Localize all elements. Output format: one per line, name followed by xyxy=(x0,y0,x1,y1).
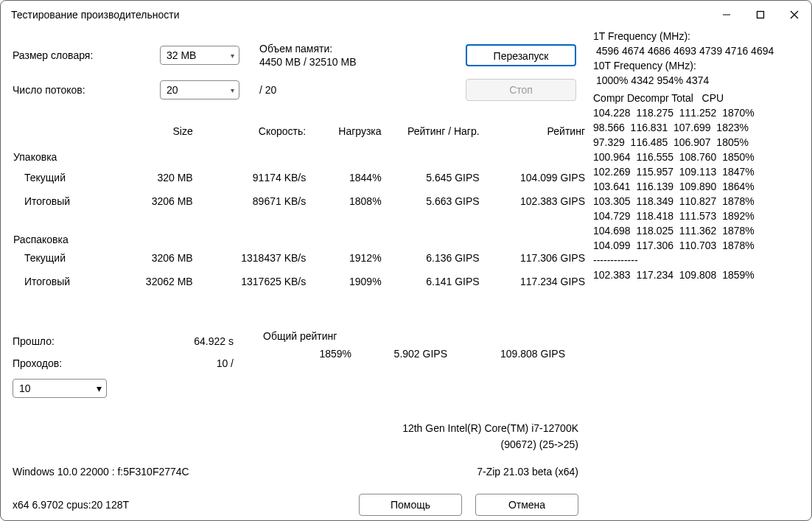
minimize-button[interactable] xyxy=(710,1,743,29)
memory-label: Объем памяти: xyxy=(259,42,466,55)
log-final: 102.383 117.234 109.808 1859% xyxy=(593,268,799,282)
unpack-current-rpl: 6.136 GIPS xyxy=(382,246,480,270)
app-window: Тестирование производительности Размер с… xyxy=(0,0,812,521)
log-row: 103.641 116.139 109.890 1864% xyxy=(593,179,799,194)
passes-combo-value: 10 xyxy=(19,382,31,394)
window-title: Тестирование производительности xyxy=(11,9,710,21)
dict-size-label: Размер словаря: xyxy=(13,49,160,61)
restart-button[interactable]: Перезапуск xyxy=(466,44,576,66)
os-line: Windows 10.0 22000 : f:5F310F2774C xyxy=(13,466,477,478)
unpack-current-rating: 117.306 GIPS xyxy=(480,246,586,270)
unpack-current-size: 3206 MB xyxy=(111,246,194,270)
dict-size-combo[interactable]: 32 MB ▾ xyxy=(160,46,239,65)
arch-line: x64 6.9702 cpus:20 128T xyxy=(13,499,359,511)
header-load: Нагрузка xyxy=(307,120,382,142)
header-speed: Скорость: xyxy=(194,120,307,142)
pack-current-size: 320 MB xyxy=(111,166,194,189)
freq-1t-values: 4596 4674 4686 4693 4739 4716 4694 xyxy=(593,43,799,58)
left-panel: Размер словаря: 32 MB ▾ Объем памяти: 44… xyxy=(13,29,586,516)
freq-10t-label: 10T Frequency (MHz): xyxy=(593,58,799,73)
overall-rpl: 5.902 GIPS xyxy=(351,348,447,360)
log-row: 104.099 117.306 110.703 1878% xyxy=(593,238,799,253)
log-separator: ------------- xyxy=(593,253,799,268)
zip-line: 7-Zip 21.03 beta (x64) xyxy=(477,466,586,478)
row-current-label: Текущий xyxy=(13,246,111,270)
threads-label: Число потоков: xyxy=(13,84,160,96)
overall-load: 1859% xyxy=(263,348,351,360)
header-rating-per-load: Рейтинг / Нагр. xyxy=(382,120,480,142)
threads-value: 20 xyxy=(167,84,178,96)
log-row: 104.729 118.418 111.573 1892% xyxy=(593,209,799,223)
overall-rating: Общий рейтинг 1859% 5.902 GIPS 109.808 G… xyxy=(263,330,586,398)
row-total-label: Итоговый xyxy=(13,189,111,213)
elapsed-value: 64.922 s xyxy=(160,335,263,347)
dict-size-value: 32 MB xyxy=(167,49,196,61)
cpu-line-1: 12th Gen Intel(R) Core(TM) i7-12700K xyxy=(13,420,578,436)
row-current-label: Текущий xyxy=(13,166,111,189)
pack-total-size: 3206 MB xyxy=(111,189,194,213)
unpack-total-load: 1909% xyxy=(307,270,382,293)
pack-total-rating: 102.383 GIPS xyxy=(480,189,586,213)
table-row: Итоговый 32062 MB 1317625 KB/s 1909% 6.1… xyxy=(13,270,586,293)
log-row: 103.305 118.349 110.827 1878% xyxy=(593,194,799,209)
passes-combo[interactable]: 10 ▾ xyxy=(13,379,107,398)
elapsed-area: Прошло: 64.922 s Проходов: 10 / 10 ▾ xyxy=(13,330,263,398)
unpack-total-size: 32062 MB xyxy=(111,270,194,293)
table-row: Текущий 3206 MB 1318437 KB/s 1912% 6.136… xyxy=(13,246,586,270)
table-row: Итоговый 3206 MB 89671 KB/s 1808% 5.663 … xyxy=(13,189,586,213)
pack-current-rating: 104.099 GIPS xyxy=(480,166,586,189)
close-button[interactable] xyxy=(777,1,811,29)
threads-total: / 20 xyxy=(259,84,466,96)
pack-current-rpl: 5.645 GIPS xyxy=(382,166,480,189)
unpack-current-load: 1912% xyxy=(307,246,382,270)
chevron-down-icon: ▾ xyxy=(231,52,234,60)
table-row: Текущий 320 MB 91174 KB/s 1844% 5.645 GI… xyxy=(13,166,586,189)
cpu-line-2: (90672) (25->25) xyxy=(13,436,578,452)
unpack-current-speed: 1318437 KB/s xyxy=(194,246,307,270)
os-row: Windows 10.0 22000 : f:5F310F2774C 7-Zip… xyxy=(13,466,586,478)
header-rating: Рейтинг xyxy=(480,120,586,142)
group-unpack: Распаковка xyxy=(13,213,586,246)
minimize-icon xyxy=(722,10,731,19)
log-row: 104.698 118.025 111.362 1878% xyxy=(593,223,799,238)
threads-combo[interactable]: 20 ▾ xyxy=(160,80,239,99)
benchmark-table: Size Скорость: Нагрузка Рейтинг / Нагр. … xyxy=(13,120,586,293)
log-panel: 1T Frequency (MHz): 4596 4674 4686 4693 … xyxy=(586,29,799,516)
pack-total-load: 1808% xyxy=(307,189,382,213)
help-button[interactable]: Помощь xyxy=(359,494,462,516)
freq-1t-label: 1T Frequency (MHz): xyxy=(593,29,799,43)
overall-label: Общий рейтинг xyxy=(263,330,586,342)
unpack-total-speed: 1317625 KB/s xyxy=(194,270,307,293)
group-pack: Упаковка xyxy=(13,142,586,166)
passes-label: Проходов: xyxy=(13,357,160,369)
titlebar: Тестирование производительности xyxy=(1,1,811,29)
memory-info: Объем памяти: 4450 MB / 32510 MB xyxy=(259,42,466,69)
close-icon xyxy=(790,10,799,19)
unpack-total-rpl: 6.141 GIPS xyxy=(382,270,480,293)
log-row: 104.228 118.275 111.252 1870% xyxy=(593,105,799,120)
content-area: Размер словаря: 32 MB ▾ Объем памяти: 44… xyxy=(1,29,811,521)
maximize-button[interactable] xyxy=(743,1,777,29)
log-row: 97.329 116.485 106.907 1805% xyxy=(593,135,799,150)
unpack-total-rating: 117.234 GIPS xyxy=(480,270,586,293)
elapsed-label: Прошло: xyxy=(13,335,160,347)
header-size: Size xyxy=(111,120,194,142)
maximize-icon xyxy=(756,10,765,19)
log-row: 102.269 115.957 109.113 1847% xyxy=(593,164,799,179)
log-row: 98.566 116.831 107.699 1823% xyxy=(593,120,799,135)
pack-current-load: 1844% xyxy=(307,166,382,189)
pack-total-speed: 89671 KB/s xyxy=(194,189,307,213)
memory-value: 4450 MB / 32510 MB xyxy=(259,55,466,69)
lower-area: Прошло: 64.922 s Проходов: 10 / 10 ▾ Общ… xyxy=(13,330,586,398)
pack-current-speed: 91174 KB/s xyxy=(194,166,307,189)
log-columns: Compr Decompr Total CPU xyxy=(593,91,799,105)
log-row: 100.964 116.555 108.760 1850% xyxy=(593,150,799,164)
chevron-down-icon: ▾ xyxy=(231,86,234,94)
stop-button[interactable]: Стоп xyxy=(466,79,576,101)
pack-total-rpl: 5.663 GIPS xyxy=(382,189,480,213)
cpu-info: 12th Gen Intel(R) Core(TM) i7-12700K (90… xyxy=(13,420,586,452)
freq-10t-values: 1000% 4342 954% 4374 xyxy=(593,73,799,88)
cancel-button[interactable]: Отмена xyxy=(475,494,578,516)
svg-rect-1 xyxy=(757,12,764,18)
overall-rating: 109.808 GIPS xyxy=(447,348,565,360)
